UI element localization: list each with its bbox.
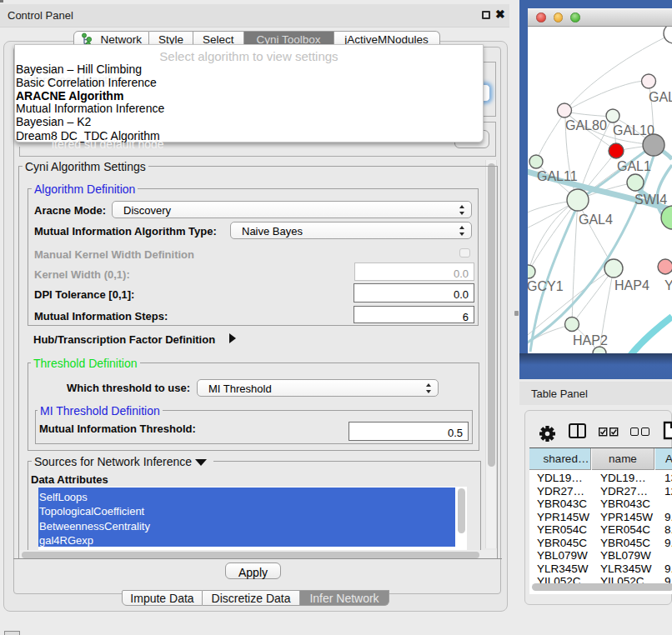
- svg-text:GAL11: GAL11: [537, 169, 578, 183]
- svg-text:GAL1: GAL1: [617, 159, 651, 173]
- svg-text:SWI4: SWI4: [634, 192, 667, 207]
- svg-text:GAL80: GAL80: [565, 118, 607, 132]
- svg-text:GAL4: GAL4: [579, 212, 613, 227]
- svg-text:GAL7: GAL7: [649, 90, 672, 104]
- svg-text:HAP2: HAP2: [573, 333, 608, 348]
- svg-text:HAP4: HAP4: [614, 278, 649, 292]
- svg-text:GCY1: GCY1: [528, 279, 564, 293]
- svg-text:GAL10: GAL10: [613, 123, 654, 138]
- svg-text:Y: Y: [664, 278, 672, 292]
